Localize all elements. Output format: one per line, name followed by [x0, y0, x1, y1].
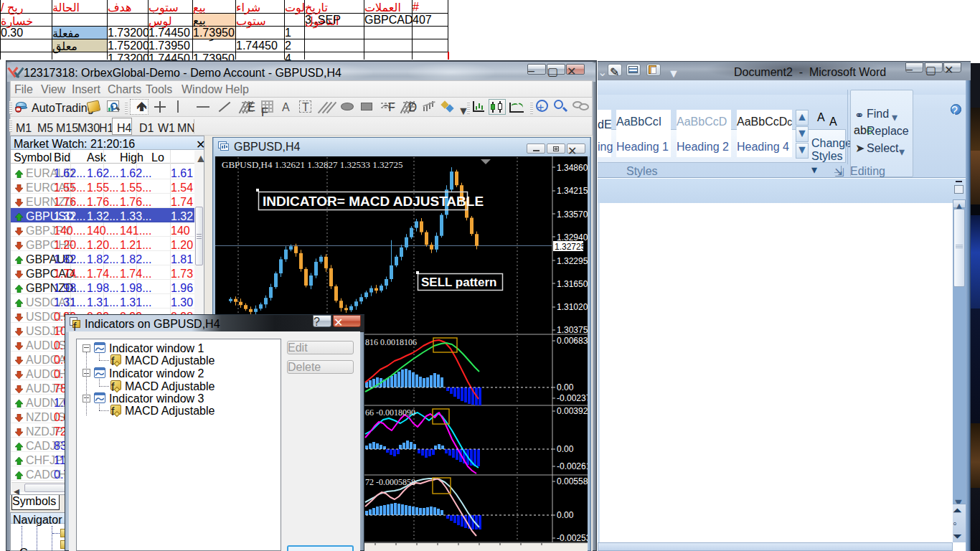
- svg-text:0.0039297: 0.0039297: [557, 406, 588, 416]
- svg-text:SELL pattern: SELL pattern: [421, 276, 496, 289]
- svg-text:0.006836: 0.006836: [557, 336, 588, 346]
- svg-text:-0.002376: -0.002376: [557, 393, 588, 403]
- svg-text:1.32295: 1.32295: [557, 256, 588, 266]
- svg-text:INDICATOR= MACD ADJUSTABLE: INDICATOR= MACD ADJUSTABLE: [263, 194, 484, 209]
- svg-text:0.00: 0.00: [557, 382, 574, 392]
- svg-text:1.34215: 1.34215: [557, 186, 588, 196]
- svg-text:0.00: 0.00: [557, 510, 574, 520]
- svg-text:1.31020: 1.31020: [557, 302, 588, 312]
- svg-text:66 -0.0018090: 66 -0.0018090: [365, 408, 415, 418]
- svg-text:GBPUSD,H4 1.32621 1.32827 1.3: GBPUSD,H4 1.32621 1.32827 1.32533 1.3272…: [222, 159, 402, 170]
- svg-text:1.34860: 1.34860: [557, 163, 588, 173]
- svg-text:0.00: 0.00: [557, 444, 574, 454]
- svg-text:72 -0.0005858: 72 -0.0005858: [365, 477, 415, 487]
- svg-text:1.32725: 1.32725: [555, 242, 586, 252]
- svg-text:816 0.0018106: 816 0.0018106: [365, 337, 417, 347]
- svg-text:-0.002535: -0.002535: [557, 533, 588, 543]
- svg-text:1.33570: 1.33570: [557, 209, 588, 220]
- svg-text:-0.0026118: -0.0026118: [557, 461, 588, 471]
- svg-text:1.30375: 1.30375: [557, 325, 588, 335]
- svg-text:0.0055826: 0.0055826: [557, 476, 588, 486]
- svg-text:1.31650: 1.31650: [557, 279, 588, 289]
